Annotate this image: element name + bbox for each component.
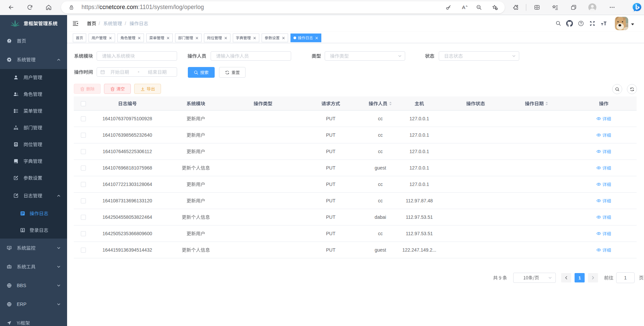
svg-text:A: A (462, 5, 465, 10)
